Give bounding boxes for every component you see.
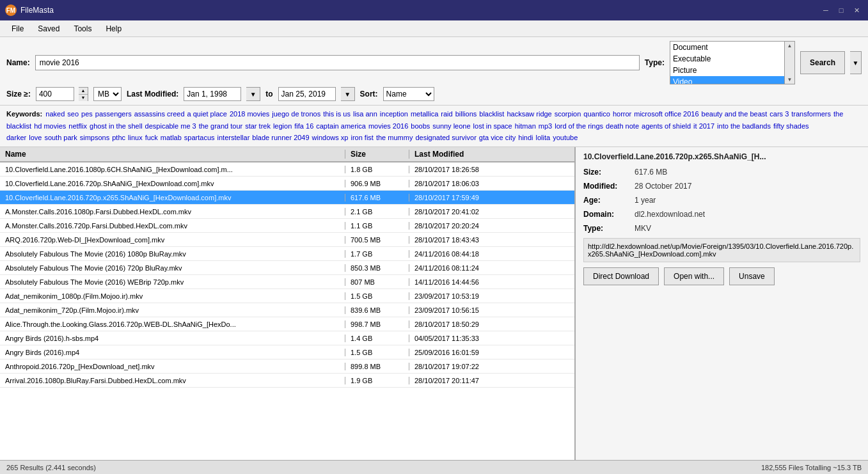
keyword-link[interactable]: south park (44, 134, 77, 141)
table-row[interactable]: Angry Birds (2016).h-sbs.mp41.4 GB04/05/… (0, 331, 574, 345)
table-row[interactable]: 10.Cloverfield.Lane.2016.720p.x265.ShAaN… (0, 191, 574, 205)
keyword-link[interactable]: lord of the rings (555, 122, 603, 130)
keyword-link[interactable]: youtube (553, 134, 578, 141)
keyword-link[interactable]: juego de tronos (272, 110, 320, 118)
keyword-link[interactable]: lisa ann (353, 110, 377, 118)
direct-download-button[interactable]: Direct Download (583, 267, 659, 285)
keyword-link[interactable]: billions (455, 110, 477, 118)
type-scrollbar[interactable]: ▲ ▼ (785, 41, 795, 84)
keyword-link[interactable]: iron fist (351, 134, 373, 141)
keyword-link[interactable]: scorpion (555, 110, 581, 118)
keyword-link[interactable]: naked (45, 110, 65, 118)
keyword-link[interactable]: metallica (411, 110, 438, 118)
keyword-link[interactable]: fifa 16 (294, 122, 313, 130)
table-row[interactable]: Adat_nemikonim_1080p.(Film.Mojoo.ir).mkv… (0, 289, 574, 303)
keyword-link[interactable]: passengers (95, 110, 132, 118)
type-listbox[interactable]: Document Executable Picture Video (670, 41, 785, 84)
detail-url[interactable]: http://dl2.hexdownload.net/up/Movie/Fore… (583, 238, 860, 262)
keyword-link[interactable]: a quiet place (187, 110, 227, 118)
type-option-picture[interactable]: Picture (670, 65, 784, 76)
keyword-link[interactable]: hitman (515, 122, 536, 130)
table-row[interactable]: Adat_nemikonim_720p.(Film.Mojoo.ir).mkv8… (0, 303, 574, 317)
calendar-from-button[interactable]: ▼ (246, 87, 260, 101)
keyword-link[interactable]: blade runner 2049 (252, 134, 309, 141)
keyword-link[interactable]: linux (128, 134, 143, 141)
keyword-link[interactable]: simpsons (80, 134, 109, 141)
menu-tools[interactable]: Tools (67, 22, 98, 35)
keyword-link[interactable]: assassins creed (134, 110, 185, 118)
size-spin-up[interactable]: ▲ (79, 88, 88, 95)
keyword-link[interactable]: lost in space (473, 122, 512, 130)
table-row[interactable]: Alice.Through.the.Looking.Glass.2016.720… (0, 317, 574, 331)
table-row[interactable]: ARQ.2016.720p.Web-Dl_[HexDownload_com].m… (0, 233, 574, 247)
table-row[interactable]: Arrival.2016.1080p.BluRay.Farsi.Dubbed.H… (0, 374, 574, 388)
minimize-button[interactable]: ─ (819, 4, 832, 17)
open-with-button[interactable]: Open with... (664, 267, 724, 285)
type-scroll-up[interactable]: ▲ (787, 43, 793, 49)
search-button[interactable]: Search (800, 51, 845, 74)
keyword-link[interactable]: ghost in the shell (90, 122, 143, 130)
table-row[interactable]: A.Monster.Calls.2016.1080p.Farsi.Dubbed.… (0, 205, 574, 219)
size-spin-down[interactable]: ▼ (79, 95, 88, 101)
maximize-button[interactable]: □ (835, 4, 848, 17)
table-row[interactable]: Absolutely Fabulous The Movie (2016) 720… (0, 261, 574, 275)
size-unit-select[interactable]: MB GB KB (93, 87, 122, 101)
date-from-input[interactable] (184, 87, 241, 101)
keyword-link[interactable]: windows xp (312, 134, 349, 141)
keyword-link[interactable]: lolita (536, 134, 551, 141)
date-to-input[interactable] (278, 87, 336, 101)
keyword-link[interactable]: horror (613, 110, 631, 118)
table-row[interactable]: 10.Cloverfield.Lane.2016.1080p.6CH.ShAaN… (0, 162, 574, 177)
keyword-link[interactable]: legion (273, 122, 292, 130)
type-option-video[interactable]: Video (670, 76, 784, 84)
keyword-link[interactable]: it 2017 (693, 122, 714, 130)
keyword-link[interactable]: spartacus (184, 134, 215, 141)
search-dropdown-arrow[interactable]: ▼ (850, 51, 862, 74)
keyword-link[interactable]: netflix (68, 122, 87, 130)
keyword-link[interactable]: transformers (791, 110, 831, 118)
keyword-link[interactable]: star trek (245, 122, 271, 130)
keyword-link[interactable]: seo (67, 110, 79, 118)
table-row[interactable]: Absolutely Fabulous The Movie (2016) 108… (0, 247, 574, 261)
keyword-link[interactable]: captain america (316, 122, 366, 130)
keyword-link[interactable]: beauty and the beast (702, 110, 768, 118)
table-row[interactable]: A.Monster.Calls.2016.720p.Farsi.Dubbed.H… (0, 219, 574, 233)
name-input[interactable] (35, 55, 640, 70)
keyword-link[interactable]: this is us (323, 110, 351, 118)
keyword-link[interactable]: gta vice city (479, 134, 516, 141)
keyword-link[interactable]: the mummy (376, 134, 413, 141)
keyword-link[interactable]: 2018 movies (230, 110, 269, 118)
keyword-link[interactable]: raid (441, 110, 452, 118)
keyword-link[interactable]: hacksaw ridge (507, 110, 551, 118)
keyword-link[interactable]: hd movies (34, 122, 66, 130)
size-input[interactable] (36, 87, 74, 101)
keyword-link[interactable]: pes (81, 110, 93, 118)
keyword-link[interactable]: sunny leone (432, 122, 470, 130)
table-row[interactable]: 10.Cloverfield.Lane.2016.720p.ShAaNiG_[H… (0, 177, 574, 191)
close-button[interactable]: ✕ (850, 4, 863, 17)
keyword-link[interactable]: matlab (161, 134, 182, 141)
keyword-link[interactable]: movies 2016 (368, 122, 408, 130)
keyword-link[interactable]: agents of shield (642, 122, 691, 130)
menu-file[interactable]: File (5, 22, 30, 35)
keyword-link[interactable]: fuck (145, 134, 158, 141)
keyword-link[interactable]: designated survivor (415, 134, 476, 141)
keyword-link[interactable]: inception (380, 110, 408, 118)
keyword-link[interactable]: hindi (518, 134, 533, 141)
keyword-link[interactable]: boobs (411, 122, 430, 130)
table-row[interactable]: Absolutely Fabulous The Movie (2016) WEB… (0, 275, 574, 289)
keyword-link[interactable]: blacklist (479, 110, 504, 118)
keyword-link[interactable]: cars 3 (769, 110, 789, 118)
menu-help[interactable]: Help (99, 22, 128, 35)
sort-select[interactable]: Name Size Date (383, 87, 434, 101)
keyword-link[interactable]: interstellar (217, 134, 250, 141)
table-row[interactable]: Angry Birds (2016).mp41.5 GB25/09/2016 1… (0, 345, 574, 359)
unsave-button[interactable]: Unsave (729, 267, 775, 285)
calendar-to-button[interactable]: ▼ (341, 87, 355, 101)
type-option-executable[interactable]: Executable (670, 53, 784, 65)
keyword-link[interactable]: mp3 (539, 122, 552, 130)
keyword-link[interactable]: love (29, 134, 42, 141)
table-row[interactable]: Anthropoid.2016.720p_[HexDownload_net].m… (0, 359, 574, 374)
keyword-link[interactable]: despicable me 3 (145, 122, 196, 130)
keyword-link[interactable]: pthc (112, 134, 125, 141)
